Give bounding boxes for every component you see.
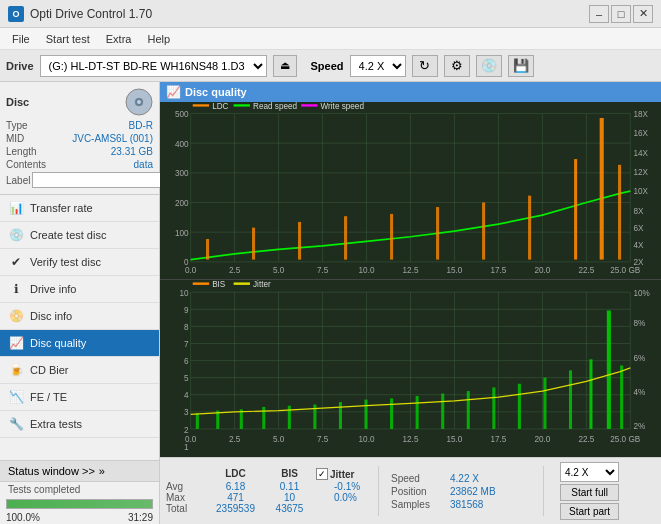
avg-ldc: 6.18: [208, 481, 263, 492]
samples-label: Samples: [391, 499, 446, 510]
avg-bis: 0.11: [267, 481, 312, 492]
drive-select[interactable]: (G:) HL-DT-ST BD-RE WH16NS48 1.D3: [40, 55, 267, 77]
nav-label-fe-te: FE / TE: [30, 391, 67, 403]
drivebar: Drive (G:) HL-DT-ST BD-RE WH16NS48 1.D3 …: [0, 50, 661, 82]
drive-info-icon: ℹ: [8, 281, 24, 297]
menu-start-test[interactable]: Start test: [38, 31, 98, 47]
svg-text:3: 3: [184, 407, 189, 418]
svg-text:6X: 6X: [633, 223, 643, 234]
svg-text:5.0: 5.0: [273, 434, 284, 445]
sidebar-item-disc-quality[interactable]: 📈 Disc quality: [0, 330, 159, 357]
drive-label: Drive: [6, 60, 34, 72]
sidebar-item-verify-test-disc[interactable]: ✔ Verify test disc: [0, 249, 159, 276]
svg-text:Jitter: Jitter: [253, 280, 271, 289]
app-icon: O: [8, 6, 24, 22]
label-input[interactable]: [32, 172, 165, 188]
svg-rect-60: [234, 104, 250, 106]
svg-text:7: 7: [184, 338, 189, 349]
samples-val: 381568: [450, 499, 483, 510]
fe-te-icon: 📉: [8, 389, 24, 405]
svg-rect-100: [569, 370, 572, 429]
svg-rect-29: [574, 159, 577, 259]
speed-select[interactable]: 4.2 X: [350, 55, 406, 77]
quality-icon: 📈: [166, 85, 181, 99]
svg-text:12.5: 12.5: [403, 434, 419, 445]
svg-text:4X: 4X: [633, 240, 643, 251]
start-full-button[interactable]: Start full: [560, 484, 619, 501]
svg-rect-31: [618, 165, 621, 260]
progress-bar: [6, 499, 153, 509]
svg-rect-99: [543, 378, 546, 429]
progress-percent: 100.0%: [6, 512, 40, 523]
total-bis: 43675: [267, 503, 312, 514]
maximize-button[interactable]: □: [611, 5, 631, 23]
svg-text:10.0: 10.0: [359, 434, 375, 445]
save-button[interactable]: 💾: [508, 55, 534, 77]
menu-help[interactable]: Help: [139, 31, 178, 47]
svg-text:8X: 8X: [633, 205, 643, 216]
sidebar-item-create-test-disc[interactable]: 💿 Create test disc: [0, 222, 159, 249]
svg-text:7.5: 7.5: [317, 265, 329, 276]
sidebar-item-transfer-rate[interactable]: 📊 Transfer rate: [0, 195, 159, 222]
main-layout: Disc Type BD-R MID JVC-AMS6L (001) Lengt…: [0, 82, 661, 524]
nav-label-drive-info: Drive info: [30, 283, 76, 295]
start-part-button[interactable]: Start part: [560, 503, 619, 520]
menu-file[interactable]: File: [4, 31, 38, 47]
total-ldc: 2359539: [208, 503, 263, 514]
jitter-col-header: Jitter: [330, 469, 354, 480]
svg-rect-30: [600, 118, 604, 260]
max-bis: 10: [267, 492, 312, 503]
svg-text:400: 400: [175, 138, 189, 149]
sidebar: Disc Type BD-R MID JVC-AMS6L (001) Lengt…: [0, 82, 160, 524]
sidebar-item-fe-te[interactable]: 📉 FE / TE: [0, 384, 159, 411]
nav-label-transfer-rate: Transfer rate: [30, 202, 93, 214]
svg-text:17.5: 17.5: [490, 265, 506, 276]
settings-button[interactable]: ⚙: [444, 55, 470, 77]
chart1: 500 400 300 200 100 0 18X 16X 14X 12X 10…: [160, 102, 661, 280]
status-window-button[interactable]: Status window >> »: [0, 461, 159, 482]
divider1: [378, 466, 379, 516]
progress-row: 100.0% 31:29: [0, 511, 159, 524]
svg-text:18X: 18X: [633, 108, 648, 119]
position-label: Position: [391, 486, 446, 497]
extra-tests-icon: 🔧: [8, 416, 24, 432]
svg-text:20.0: 20.0: [534, 265, 550, 276]
sidebar-item-extra-tests[interactable]: 🔧 Extra tests: [0, 411, 159, 438]
cd-bier-icon: 🍺: [8, 362, 24, 378]
sidebar-item-disc-info[interactable]: 📀 Disc info: [0, 303, 159, 330]
svg-text:10.0: 10.0: [359, 265, 375, 276]
svg-rect-103: [620, 365, 623, 428]
speed-label-stats: Speed: [391, 473, 446, 484]
nav-label-extra-tests: Extra tests: [30, 418, 82, 430]
menu-extra[interactable]: Extra: [98, 31, 140, 47]
svg-rect-95: [441, 394, 444, 429]
speed-select-stats[interactable]: 4.2 X: [560, 462, 619, 482]
svg-text:2.5: 2.5: [229, 265, 241, 276]
disc-button[interactable]: 💿: [476, 55, 502, 77]
minimize-button[interactable]: –: [589, 5, 609, 23]
svg-rect-98: [518, 384, 521, 429]
svg-text:12X: 12X: [633, 167, 648, 178]
disc-title: Disc: [6, 96, 29, 108]
svg-rect-94: [416, 396, 419, 429]
close-button[interactable]: ✕: [633, 5, 653, 23]
eject-button[interactable]: ⏏: [273, 55, 297, 77]
svg-text:0.0: 0.0: [185, 265, 197, 276]
sidebar-item-drive-info[interactable]: ℹ Drive info: [0, 276, 159, 303]
svg-text:9: 9: [184, 304, 189, 315]
refresh-button[interactable]: ↻: [412, 55, 438, 77]
jitter-checkbox[interactable]: ✓: [316, 468, 328, 480]
svg-rect-27: [482, 202, 485, 259]
disc-info-icon: 📀: [8, 308, 24, 324]
svg-rect-97: [492, 387, 495, 429]
progress-time: 31:29: [128, 512, 153, 523]
svg-text:22.5: 22.5: [578, 265, 594, 276]
chart1-svg: 500 400 300 200 100 0 18X 16X 14X 12X 10…: [160, 102, 661, 279]
avg-label: Avg: [166, 481, 204, 492]
svg-text:100: 100: [175, 227, 189, 238]
svg-text:Read speed: Read speed: [253, 102, 297, 111]
svg-text:15.0: 15.0: [447, 265, 463, 276]
status-text: Tests completed: [0, 482, 159, 497]
svg-rect-101: [589, 359, 592, 429]
sidebar-item-cd-bier[interactable]: 🍺 CD Bier: [0, 357, 159, 384]
